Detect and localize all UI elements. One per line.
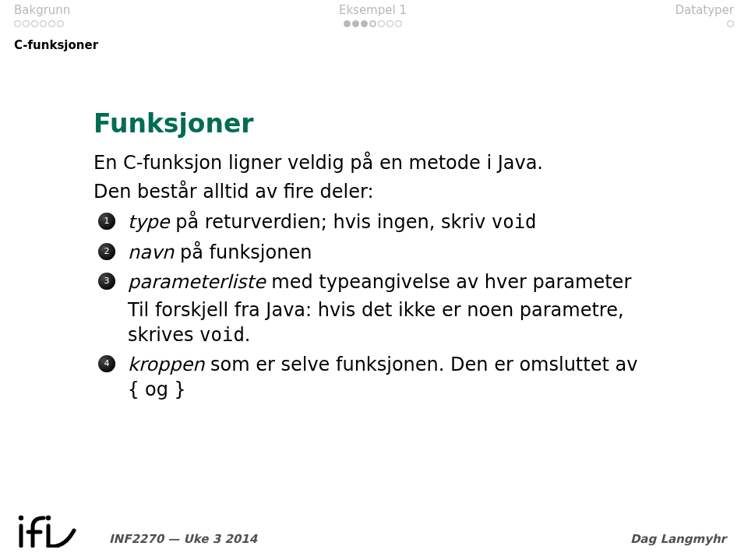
item-term: navn <box>128 241 174 263</box>
nav-section-center[interactable]: Eksempel 1 <box>339 3 407 27</box>
nav-dot[interactable] <box>395 20 402 27</box>
footer-author: Dag Langmyhr <box>630 532 726 548</box>
top-nav: Bakgrunn Eksempel 1 Datatyper <box>0 0 748 27</box>
item-number-ball: 3 <box>98 273 115 290</box>
item-text: med typeangivelse av hver parameter <box>266 271 632 293</box>
nav-dot[interactable] <box>727 20 734 27</box>
item-text: på returverdien; hvis ingen, skriv <box>170 211 492 233</box>
item-code-2: } <box>175 379 185 400</box>
content: Funksjoner En C-funksjon ligner veldig p… <box>0 52 748 403</box>
nav-dot[interactable] <box>378 20 385 27</box>
nav-section-right[interactable]: Datatyper <box>675 3 734 27</box>
intro-line-1: En C-funksjon ligner veldig på en metode… <box>94 151 654 176</box>
item-text: som er selve funksjonen. Den er omslutte… <box>204 354 637 375</box>
nav-dots-right <box>727 20 734 27</box>
item-sub-code: void <box>199 324 245 346</box>
nav-label-left: Bakgrunn <box>14 3 70 19</box>
nav-section-left[interactable]: Bakgrunn <box>14 3 70 27</box>
nav-dot[interactable] <box>57 20 64 27</box>
item-code: void <box>492 211 537 233</box>
item-number-ball: 4 <box>98 355 115 372</box>
nav-dot[interactable] <box>31 20 38 27</box>
item-number-ball: 2 <box>98 243 115 260</box>
footer-left: INF2270 — Uke 3 2014 <box>14 515 257 548</box>
nav-dot[interactable] <box>361 20 368 27</box>
list-item: 4 kroppen som er selve funksjonen. Den e… <box>94 353 654 402</box>
footer-title: INF2270 — Uke 3 2014 <box>109 532 257 548</box>
nav-dots-center <box>344 20 402 27</box>
svg-point-1 <box>19 516 23 520</box>
subsection-title: C-funksjoner <box>0 27 748 52</box>
item-code: { <box>128 379 139 400</box>
nav-dot[interactable] <box>23 20 30 27</box>
item-number-ball: 1 <box>98 213 115 230</box>
nav-dot[interactable] <box>386 20 393 27</box>
nav-dot[interactable] <box>14 20 21 27</box>
enum-list: 1 type på returverdien; hvis ingen, skri… <box>94 210 654 403</box>
nav-dots-left <box>14 20 64 27</box>
svg-point-4 <box>46 516 51 520</box>
nav-dot[interactable] <box>48 20 55 27</box>
slide: { "nav": { "left": { "label": "Bakgrunn"… <box>0 0 748 560</box>
list-item: 1 type på returverdien; hvis ingen, skri… <box>94 210 654 235</box>
nav-label-center: Eksempel 1 <box>339 3 407 19</box>
item-term: parameterliste <box>128 271 266 293</box>
item-subtext: Til forskjell fra Java: hvis det ikke er… <box>128 298 654 347</box>
ifi-logo-icon <box>14 515 81 548</box>
nav-label-right: Datatyper <box>675 3 734 19</box>
item-term: kroppen <box>128 354 204 375</box>
list-item: 3 parameterliste med typeangivelse av hv… <box>94 270 654 347</box>
intro-line-2: Den består alltid av fire deler: <box>94 180 654 205</box>
nav-dot[interactable] <box>352 20 359 27</box>
frame-title: Funksjoner <box>94 108 654 139</box>
footer: INF2270 — Uke 3 2014 Dag Langmyhr <box>0 505 748 560</box>
nav-dot[interactable] <box>369 20 376 27</box>
list-item: 2 navn på funksjonen <box>94 241 654 266</box>
item-term: type <box>128 211 170 233</box>
nav-dot[interactable] <box>344 20 351 27</box>
item-sub-b: . <box>245 324 251 346</box>
item-text-2: og <box>139 379 174 400</box>
item-text: på funksjonen <box>174 241 312 263</box>
nav-dot[interactable] <box>40 20 47 27</box>
